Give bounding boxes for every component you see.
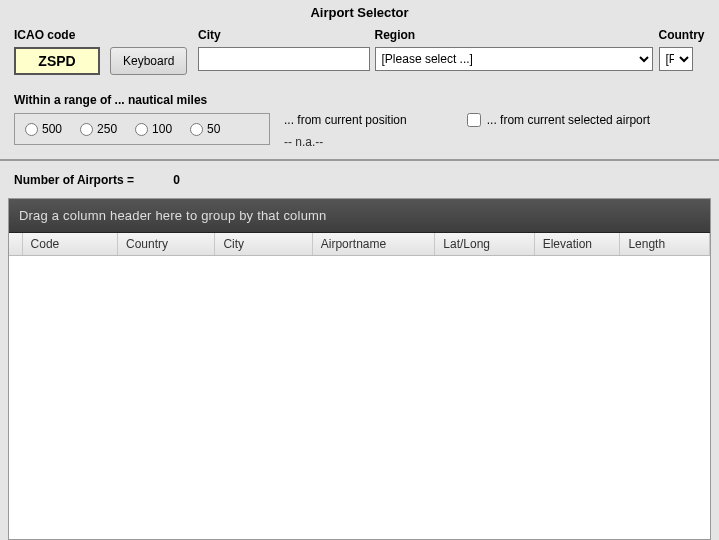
range-radio-group: 500 250 100 50 <box>14 113 270 145</box>
col-header-elevation[interactable]: Elevation <box>535 233 621 255</box>
range-option-50[interactable]: 50 <box>190 122 220 136</box>
count-label: Number of Airports = <box>14 173 134 187</box>
count-value: 0 <box>173 173 180 187</box>
icao-label: ICAO code <box>14 28 198 42</box>
from-selected-group: ... from current selected airport <box>467 113 650 127</box>
city-input[interactable] <box>198 47 370 71</box>
header-spacer <box>9 233 23 255</box>
country-select[interactable]: [Please select ...] <box>659 47 693 71</box>
search-panel: ICAO code Keyboard City Region [Please s… <box>0 28 719 161</box>
keyboard-button[interactable]: Keyboard <box>110 47 187 75</box>
range-option-500[interactable]: 500 <box>25 122 62 136</box>
range-label: Within a range of ... nautical miles <box>14 93 705 107</box>
city-label: City <box>198 28 375 42</box>
col-header-code[interactable]: Code <box>23 233 118 255</box>
col-header-country[interactable]: Country <box>118 233 215 255</box>
window-title: Airport Selector <box>0 0 719 28</box>
country-label: Country <box>659 28 705 42</box>
col-header-airportname[interactable]: Airportname <box>313 233 436 255</box>
region-select[interactable]: [Please select ...] <box>375 47 653 71</box>
grid-body[interactable] <box>9 256 710 539</box>
col-header-city[interactable]: City <box>215 233 312 255</box>
col-header-length[interactable]: Length <box>620 233 710 255</box>
group-by-bar[interactable]: Drag a column header here to group by th… <box>9 199 710 233</box>
from-current-label: ... from current position <box>284 113 407 127</box>
from-selected-checkbox[interactable] <box>467 113 481 127</box>
airport-count-row: Number of Airports = 0 <box>0 161 719 198</box>
from-selected-label: ... from current selected airport <box>487 113 650 127</box>
column-headers: Code Country City Airportname Lat/Long E… <box>9 233 710 256</box>
range-option-250[interactable]: 250 <box>80 122 117 136</box>
col-header-latlong[interactable]: Lat/Long <box>435 233 534 255</box>
current-position-value: -- n.a.-- <box>284 135 407 149</box>
from-current-group: ... from current position -- n.a.-- <box>284 113 407 149</box>
region-label: Region <box>375 28 653 42</box>
range-option-100[interactable]: 100 <box>135 122 172 136</box>
results-grid: Drag a column header here to group by th… <box>8 198 711 540</box>
airport-selector-window: Airport Selector ICAO code Keyboard City… <box>0 0 719 540</box>
icao-input[interactable] <box>14 47 100 75</box>
